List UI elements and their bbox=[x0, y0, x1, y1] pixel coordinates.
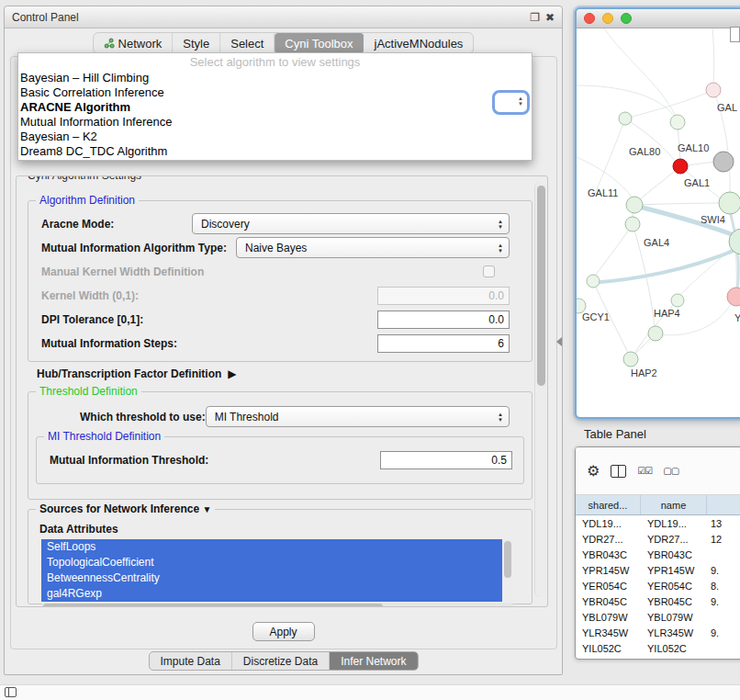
scrollbar-thumb[interactable] bbox=[504, 541, 511, 578]
network-graph-canvas[interactable]: GALGAL80GAL10GAL11GAL1SWI4GAL4GCY1HAP4HA… bbox=[577, 28, 740, 418]
tab-style[interactable]: Style bbox=[173, 33, 220, 53]
tab-infer-network[interactable]: Infer Network bbox=[330, 652, 417, 670]
apply-button[interactable]: Apply bbox=[252, 622, 315, 641]
column-header-shared-name[interactable]: shared... bbox=[576, 495, 641, 514]
table-row[interactable]: YER054CYER054C8. bbox=[576, 578, 740, 593]
network-node-label: GCY1 bbox=[582, 311, 610, 322]
algorithm-option[interactable]: Mutual Information Inference bbox=[18, 115, 532, 130]
threshold-definition-group: Threshold Definition Which threshold to … bbox=[28, 391, 533, 500]
attribute-list-scrollbar[interactable] bbox=[502, 539, 513, 602]
gear-icon[interactable]: ⚙ bbox=[587, 464, 600, 479]
table-panel-title: Table Panel bbox=[584, 427, 646, 441]
columns-icon[interactable] bbox=[611, 465, 626, 478]
attribute-item[interactable]: BetweennessCentrality bbox=[41, 570, 502, 586]
table-row[interactable]: YBL079WYBL079W bbox=[576, 609, 740, 625]
table-panel-toolbar: ⚙ ☑☑ ▢▢ bbox=[576, 447, 740, 495]
network-edge[interactable] bbox=[595, 224, 633, 276]
table-body: YDL19...YDL19...13 YDR27...YDR27...12 YB… bbox=[576, 515, 740, 656]
network-edge[interactable] bbox=[632, 90, 713, 117]
network-node[interactable] bbox=[713, 152, 734, 172]
algorithm-option[interactable]: Dream8 DC_TDC Algorithm bbox=[18, 144, 532, 159]
table-row[interactable]: YBR043CYBR043C bbox=[576, 547, 740, 562]
zoom-window-icon[interactable] bbox=[621, 13, 632, 24]
network-edge[interactable] bbox=[595, 119, 625, 194]
attribute-item[interactable]: TopologicalCoefficient bbox=[41, 555, 502, 570]
column-header-name[interactable]: name bbox=[641, 495, 707, 514]
splitter-collapse-handle[interactable] bbox=[556, 337, 562, 346]
network-window-titlebar[interactable] bbox=[577, 9, 740, 28]
hub-definition-toggle[interactable]: Hub/Transcription Factor Definition ▶ bbox=[37, 367, 237, 380]
network-node[interactable] bbox=[719, 192, 740, 214]
network-node[interactable] bbox=[625, 217, 640, 231]
minimize-window-icon[interactable] bbox=[602, 13, 613, 24]
tab-network[interactable]: Network bbox=[94, 33, 174, 53]
which-threshold-combobox[interactable]: MI Threshold ▲▼ bbox=[206, 406, 510, 427]
table-row[interactable]: YIL052CYIL052C bbox=[576, 640, 740, 656]
mi-steps-label: Mutual Information Steps: bbox=[41, 337, 177, 350]
algorithm-option-selected[interactable]: ARACNE Algorithm bbox=[18, 100, 532, 115]
network-node[interactable] bbox=[623, 352, 638, 367]
tab-cyni-toolbox[interactable]: Cyni Toolbox bbox=[275, 33, 364, 53]
network-edge[interactable] bbox=[639, 166, 680, 200]
sources-group-title[interactable]: Sources for Network Inference ▼ bbox=[36, 502, 215, 515]
scrollbar-thumb[interactable] bbox=[43, 604, 383, 607]
tab-select[interactable]: Select bbox=[220, 33, 275, 53]
scrollbar-thumb[interactable] bbox=[537, 186, 545, 386]
network-view-scrollbar[interactable] bbox=[730, 27, 740, 42]
column-header-partial[interactable] bbox=[707, 495, 740, 514]
attribute-list-hscrollbar[interactable] bbox=[41, 603, 513, 607]
network-edge[interactable] bbox=[712, 28, 714, 84]
network-node[interactable] bbox=[727, 288, 740, 306]
footer-tab-bar: Impute Data Discretize Data Infer Networ… bbox=[148, 651, 418, 671]
network-node[interactable] bbox=[648, 326, 663, 341]
mi-type-combobox[interactable]: Naive Bayes ▲▼ bbox=[236, 237, 510, 258]
network-edge[interactable] bbox=[591, 247, 740, 283]
mi-threshold-group-title: MI Threshold Definition bbox=[44, 430, 164, 443]
control-panel-titlebar[interactable]: Control Panel ❐ ✖ bbox=[5, 6, 562, 28]
algorithm-dropdown-placeholder: Select algorithm to view settings bbox=[18, 53, 532, 71]
network-node[interactable] bbox=[671, 294, 684, 307]
manual-kernel-label: Manual Kernel Width Definition bbox=[41, 265, 204, 278]
attribute-item[interactable]: SelfLoops bbox=[41, 539, 502, 555]
dpi-tolerance-field[interactable]: 0.0 bbox=[377, 310, 510, 329]
mi-threshold-field[interactable]: 0.5 bbox=[380, 451, 512, 469]
tab-impute-data[interactable]: Impute Data bbox=[149, 652, 231, 670]
tab-discretize-data[interactable]: Discretize Data bbox=[232, 652, 330, 670]
algorithm-combobox-focus-ring[interactable]: ▲▼ bbox=[492, 90, 530, 115]
manual-kernel-checkbox[interactable] bbox=[483, 265, 495, 277]
network-node[interactable] bbox=[626, 197, 643, 213]
attribute-item[interactable]: gal4RGexp bbox=[41, 586, 502, 602]
mi-threshold-group: MI Threshold Definition Mutual Informati… bbox=[36, 436, 524, 484]
algorithm-option[interactable]: Bayesian – Hill Climbing bbox=[18, 71, 532, 85]
table-row[interactable]: YLR345WYLR345W9. bbox=[576, 625, 740, 640]
algorithm-option[interactable]: Basic Correlation Inference bbox=[18, 85, 532, 100]
settings-scrollbar[interactable] bbox=[534, 182, 546, 597]
deselect-all-checkboxes-icon[interactable]: ▢▢ bbox=[663, 466, 678, 476]
network-edge[interactable] bbox=[634, 203, 720, 205]
close-panel-icon[interactable]: ✖ bbox=[545, 12, 555, 23]
tab-jactivemnodules[interactable]: jActiveMNodules bbox=[364, 33, 474, 53]
network-node[interactable] bbox=[673, 159, 688, 174]
network-node[interactable] bbox=[670, 115, 685, 130]
select-all-checkboxes-icon[interactable]: ☑☑ bbox=[637, 466, 652, 476]
network-node-label: GAL1 bbox=[684, 177, 710, 188]
aracne-mode-combobox[interactable]: Discovery ▲▼ bbox=[192, 213, 510, 234]
mi-steps-field[interactable]: 6 bbox=[377, 334, 510, 353]
algorithm-option[interactable]: Bayesian – K2 bbox=[18, 130, 532, 144]
network-node[interactable] bbox=[619, 112, 632, 125]
network-icon bbox=[104, 38, 115, 49]
network-node[interactable] bbox=[587, 275, 600, 288]
network-edge[interactable] bbox=[604, 28, 676, 116]
network-node[interactable] bbox=[706, 83, 721, 97]
table-row[interactable]: YDL19...YDL19...13 bbox=[576, 515, 740, 531]
table-row[interactable]: YBR045CYBR045C9. bbox=[576, 593, 740, 609]
table-row[interactable]: YPR145WYPR145W9. bbox=[576, 562, 740, 578]
control-panel-window: Control Panel ❐ ✖ Network Style Select C… bbox=[4, 6, 563, 675]
close-window-icon[interactable] bbox=[584, 13, 595, 24]
table-row[interactable]: YDR27...YDR27...12 bbox=[576, 531, 740, 547]
float-window-icon[interactable]: ❐ bbox=[530, 12, 540, 23]
kernel-width-field[interactable]: 0.0 bbox=[377, 287, 510, 305]
data-attributes-list[interactable]: SelfLoops TopologicalCoefficient Between… bbox=[41, 539, 513, 602]
dock-panel-icon[interactable] bbox=[5, 687, 17, 697]
table-panel-window: ⚙ ☑☑ ▢▢ shared... name YDL19...YDL19...1… bbox=[575, 446, 740, 660]
